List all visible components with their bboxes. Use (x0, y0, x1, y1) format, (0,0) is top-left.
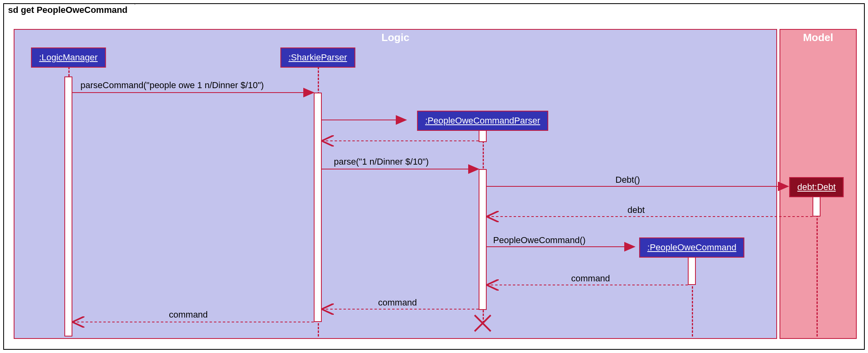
msg-debt-ctor: Debt() (615, 175, 640, 185)
sharkieparser-activation (314, 93, 322, 322)
msg-debt-return: debt (627, 205, 645, 215)
msg-return-command-1: command (571, 273, 610, 284)
logic-package-title: Logic (14, 31, 776, 44)
msg-return-command-3: command (169, 310, 208, 320)
debt-lifeline (817, 196, 818, 336)
debt-head: debt:Debt (789, 177, 843, 197)
logicmanager-head: :LogicManager (31, 47, 106, 68)
poc-head: :PeopleOweCommand (639, 237, 744, 258)
poc-activation (688, 257, 696, 285)
pocp-head: :PeopleOweCommandParser (417, 111, 548, 131)
sharkieparser-head: :SharkieParser (280, 47, 355, 68)
model-package-title: Model (780, 31, 856, 44)
pocp-activation-create (479, 130, 487, 142)
msg-poc-ctor: PeopleOweCommand() (493, 235, 586, 246)
frame-title: sd get PeopleOweCommand (3, 3, 136, 16)
logic-package: Logic (14, 29, 777, 339)
msg-return-command-2: command (378, 297, 417, 308)
debt-activation (812, 196, 821, 217)
logicmanager-activation (64, 76, 72, 336)
pocp-activation-parse (479, 169, 487, 310)
msg-parsecommand: parseCommand("people owe 1 n/Dinner $/10… (80, 80, 264, 91)
msg-parse: parse("1 n/Dinner $/10") (334, 157, 429, 167)
diagram-frame: sd get PeopleOweCommand Logic Model (3, 3, 865, 350)
